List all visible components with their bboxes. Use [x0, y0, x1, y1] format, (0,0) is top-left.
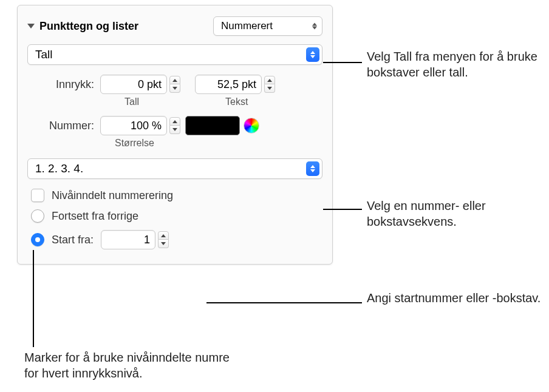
indent-tekst-stepper[interactable]: [264, 76, 275, 93]
number-label: Nummer:: [27, 120, 100, 132]
number-row: Nummer:: [27, 116, 322, 135]
indent-tekst-input[interactable]: [195, 75, 262, 94]
callout-line: [323, 62, 362, 63]
callout-text: Velg Tall fra menyen for å bruke bokstav…: [367, 49, 543, 80]
disclosure-triangle-icon[interactable]: [27, 24, 35, 29]
continue-radio[interactable]: [31, 209, 44, 223]
indent-sublabels: Tall Tekst: [106, 96, 322, 107]
number-type-select[interactable]: Tall: [27, 44, 322, 65]
callout-text: Angi startnummer eller -bokstav.: [367, 290, 543, 306]
callout-line: [33, 250, 34, 347]
start-from-label: Start fra:: [52, 234, 94, 246]
number-size-sublabel: Størrelse: [106, 138, 322, 149]
number-type-value: Tall: [35, 48, 53, 61]
continue-label: Fortsett fra forrige: [52, 210, 138, 223]
chevron-updown-icon: [312, 23, 317, 30]
tiered-numbering-row[interactable]: Nivåinndelt nummerering: [27, 189, 322, 202]
list-type-value: Nummerert: [221, 20, 273, 32]
tiered-numbering-label: Nivåinndelt nummerering: [52, 189, 173, 202]
chevron-updown-icon: [306, 161, 319, 176]
number-size-input[interactable]: [100, 116, 167, 135]
indent-label: Innrykk:: [27, 78, 100, 91]
section-title: Punkttegn og lister: [39, 20, 213, 33]
indent-tekst-sublabel: Tekst: [191, 96, 282, 107]
indent-row: Innrykk:: [27, 75, 322, 94]
indent-tall-stepper[interactable]: [169, 76, 180, 93]
callout-line: [206, 302, 362, 303]
sequence-select[interactable]: 1. 2. 3. 4.: [27, 158, 322, 179]
start-from-input[interactable]: [101, 230, 155, 249]
chevron-updown-icon: [306, 47, 319, 62]
start-from-stepper[interactable]: [158, 231, 169, 248]
indent-tall-sublabel: Tall: [106, 96, 191, 107]
sequence-value: 1. 2. 3. 4.: [35, 162, 83, 175]
color-picker-icon[interactable]: [244, 118, 259, 133]
section-header: Punkttegn og lister Nummerert: [27, 16, 322, 36]
tiered-numbering-checkbox[interactable]: [31, 189, 44, 202]
indent-tall-input[interactable]: [100, 75, 167, 94]
bullets-lists-panel: Punkttegn og lister Nummerert Tall Innry…: [17, 5, 333, 265]
number-size-stepper[interactable]: [169, 117, 180, 134]
start-from-radio[interactable]: [31, 233, 44, 246]
callout-text: Marker for å bruke nivåinndelte numre fo…: [24, 350, 243, 381]
list-type-select[interactable]: Nummerert: [213, 16, 322, 36]
number-color-well[interactable]: [185, 116, 240, 135]
start-from-row[interactable]: Start fra:: [27, 230, 322, 249]
continue-from-previous-row[interactable]: Fortsett fra forrige: [27, 209, 322, 223]
callout-line: [323, 209, 362, 210]
callout-text: Velg en nummer- eller bokstavsekvens.: [367, 198, 543, 229]
